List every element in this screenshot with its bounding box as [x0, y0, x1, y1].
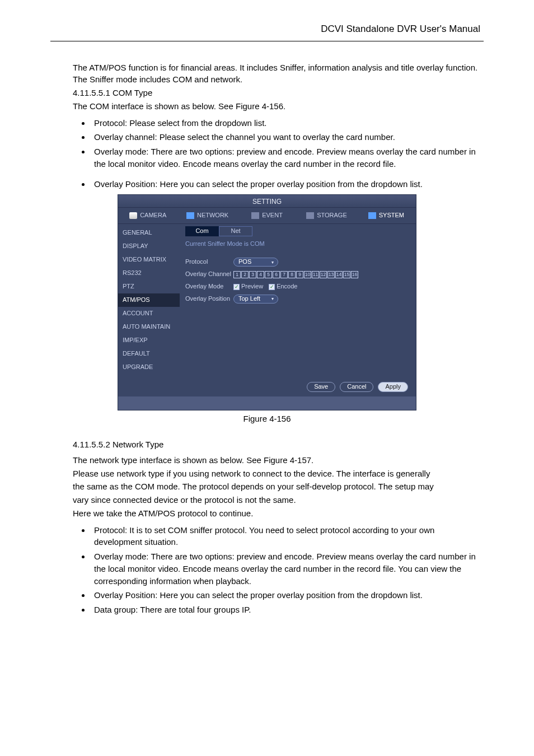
channel-3[interactable]: 3: [249, 271, 256, 278]
dropdown-overlay-position-value: Top Left: [238, 295, 260, 304]
event-icon: [251, 212, 259, 219]
com-bullet-channel: Overlay channel: Please select the chann…: [91, 131, 484, 143]
net-bullet-protocol: Protocol: It is to set COM sniffer proto…: [91, 524, 484, 549]
sidebar-item-video-matrix[interactable]: VIDEO MATRIX: [118, 253, 180, 267]
channel-boxes: 1 2 3 4 5 6 7 8 9 10 11 12 13: [233, 271, 358, 278]
sidebar-item-atm-pos[interactable]: ATM/POS: [118, 293, 180, 307]
chevron-down-icon: ▾: [270, 296, 275, 302]
sidebar-item-ptz[interactable]: PTZ: [118, 280, 180, 293]
page-header: DCVI Standalone DVR User's Manual: [50, 22, 484, 36]
channel-4[interactable]: 4: [257, 271, 264, 278]
net-intro-3: the same as the COM mode. The protocol d…: [73, 480, 484, 493]
tab-camera-label: CAMERA: [140, 211, 166, 220]
sidebar-item-upgrade[interactable]: UPGRADE: [118, 361, 180, 374]
intro-para-2: 4.11.5.5.1 COM Type: [73, 87, 484, 99]
settings-panel: Com Net Current Sniffer Mode is COM Prot…: [180, 224, 416, 396]
channel-8[interactable]: 8: [288, 271, 296, 278]
channel-16[interactable]: 16: [351, 271, 358, 278]
dropdown-protocol-value: POS: [238, 258, 251, 267]
channel-10[interactable]: 10: [304, 271, 311, 278]
camera-icon: [129, 212, 137, 219]
net-intro-2: Please use network type if you using net…: [73, 468, 484, 480]
channel-11[interactable]: 11: [312, 271, 319, 278]
net-intro-5: Here we take the ATM/POS protocol to con…: [73, 507, 484, 520]
subtab-net[interactable]: Net: [219, 226, 252, 236]
network-icon: [186, 212, 194, 219]
label-protocol: Protocol: [185, 258, 233, 267]
chevron-down-icon: ▾: [270, 259, 275, 265]
sidebar-item-general[interactable]: GENERAL: [118, 226, 180, 240]
sidebar-item-rs232[interactable]: RS232: [118, 267, 180, 280]
sidebar: GENERAL DISPLAY VIDEO MATRIX RS232 PTZ A…: [118, 224, 180, 396]
sidebar-item-default[interactable]: DEFAULT: [118, 347, 180, 361]
window-title: SETTING: [118, 195, 416, 207]
sidebar-item-auto-maintain[interactable]: AUTO MAINTAIN: [118, 320, 180, 334]
channel-1[interactable]: 1: [233, 271, 241, 278]
storage-icon: [306, 212, 314, 219]
checkbox-preview[interactable]: ✓: [233, 284, 240, 290]
main-tabs: CAMERA NETWORK EVENT STORAGE SYSTEM: [118, 207, 416, 224]
footerbar: [118, 396, 416, 410]
net-bullet-group: Data group: There are total four groups …: [91, 604, 484, 616]
dropdown-overlay-position[interactable]: Top Left ▾: [233, 295, 278, 304]
channel-9[interactable]: 9: [296, 271, 303, 278]
save-button[interactable]: Save: [307, 382, 335, 392]
row-overlay-position: Overlay Position Top Left ▾: [185, 295, 410, 304]
net-bullet-position: Overlay Position: Here you can select th…: [91, 589, 484, 601]
channel-13[interactable]: 13: [327, 271, 335, 278]
dropdown-protocol[interactable]: POS ▾: [233, 258, 278, 267]
screenshot: SETTING CAMERA NETWORK EVENT STORAGE SYS…: [118, 194, 416, 410]
net-intro-1: The network type interface is shown as b…: [73, 454, 484, 466]
sniffer-mode-line: Current Sniffer Mode is COM: [185, 240, 410, 249]
label-overlay-position: Overlay Position: [185, 295, 233, 304]
header-rule: [50, 41, 484, 41]
tab-storage-label: STORAGE: [317, 211, 347, 220]
checkbox-encode-label: Encode: [277, 282, 297, 291]
sidebar-item-account[interactable]: ACCOUNT: [118, 307, 180, 320]
tab-system[interactable]: SYSTEM: [357, 208, 416, 223]
com-bullet-position: Overlay Position: Here you can select th…: [91, 178, 484, 190]
channel-6[interactable]: 6: [273, 271, 280, 278]
row-overlay-mode: Overlay Mode ✓Preview ✓Encode: [185, 282, 410, 291]
tab-event[interactable]: EVENT: [237, 208, 297, 223]
tab-system-label: SYSTEM: [379, 211, 404, 220]
channel-5[interactable]: 5: [265, 271, 272, 278]
apply-button[interactable]: Apply: [378, 382, 408, 392]
system-icon: [368, 212, 376, 219]
net-bullet-mode: Overlay mode: There are two options: pre…: [91, 550, 484, 587]
tab-camera[interactable]: CAMERA: [118, 208, 177, 223]
com-bullet-mode: Overlay mode: There are two options: pre…: [91, 146, 484, 170]
channel-14[interactable]: 14: [335, 271, 343, 278]
label-overlay-mode: Overlay Mode: [185, 282, 233, 291]
subtabs: Com Net: [185, 226, 410, 236]
tab-network-label: NETWORK: [197, 211, 228, 220]
channel-12[interactable]: 12: [320, 271, 327, 278]
tab-network[interactable]: NETWORK: [177, 208, 237, 223]
checkbox-preview-label: Preview: [241, 282, 263, 291]
intro-para-1: The ATM/POS function is for financial ar…: [73, 62, 484, 86]
channel-2[interactable]: 2: [241, 271, 249, 278]
figure-4-156: SETTING CAMERA NETWORK EVENT STORAGE SYS…: [50, 194, 484, 410]
intro-para-3: The COM interface is shown as below. See…: [73, 100, 484, 113]
button-row: Save Cancel Apply: [307, 382, 408, 392]
channel-7[interactable]: 7: [280, 271, 288, 278]
label-overlay-channel: Overlay Channel: [185, 270, 233, 279]
net-bullets: Protocol: It is to set COM sniffer proto…: [91, 524, 484, 616]
channel-15[interactable]: 15: [343, 271, 350, 278]
tab-storage[interactable]: STORAGE: [297, 208, 356, 223]
tab-event-label: EVENT: [262, 211, 283, 220]
sidebar-item-display[interactable]: DISPLAY: [118, 240, 180, 253]
checkbox-encode[interactable]: ✓: [269, 284, 275, 290]
com-bullets: Protocol: Please select from the dropdow…: [91, 117, 484, 170]
com-bullet-protocol: Protocol: Please select from the dropdow…: [91, 117, 484, 129]
com-bullets-2: Overlay Position: Here you can select th…: [91, 178, 484, 190]
net-intro-4: vary since connected device or the proto…: [73, 494, 484, 506]
figure-caption: Figure 4-156: [50, 413, 484, 425]
row-overlay-channel: Overlay Channel 1 2 3 4 5 6 7 8 9 10: [185, 270, 410, 279]
net-type-heading: 4.11.5.5.2 Network Type: [73, 438, 484, 451]
subtab-com[interactable]: Com: [185, 226, 219, 236]
sidebar-item-imp-exp[interactable]: IMP/EXP: [118, 334, 180, 347]
row-protocol: Protocol POS ▾: [185, 258, 410, 267]
page-container: DCVI Standalone DVR User's Manual The AT…: [0, 0, 534, 643]
cancel-button[interactable]: Cancel: [340, 382, 373, 392]
